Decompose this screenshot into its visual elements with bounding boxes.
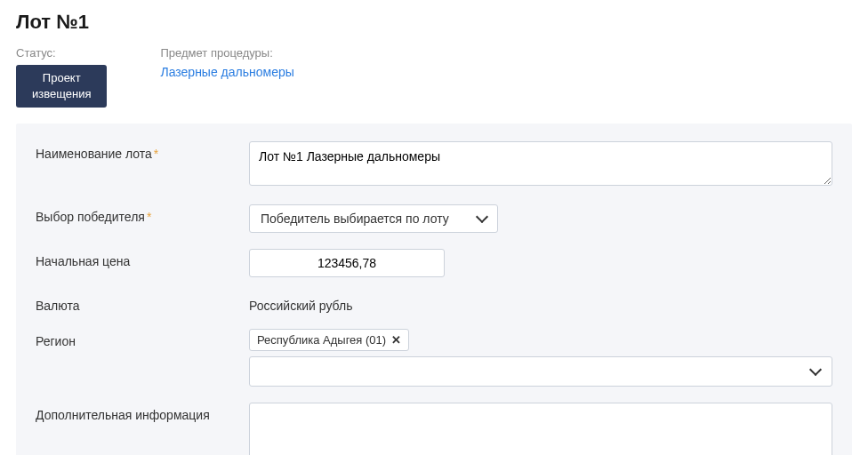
subject-label: Предмет процедуры:: [160, 46, 293, 60]
currency-label: Валюта: [36, 293, 249, 313]
region-tag-remove[interactable]: ✕: [391, 333, 401, 347]
region-tag: Республика Адыгея (01) ✕: [249, 329, 409, 351]
winner-select-value[interactable]: Победитель выбирается по лоту: [249, 204, 498, 233]
price-label: Начальная цена: [36, 249, 249, 268]
region-label: Регион: [36, 329, 249, 348]
row-price: Начальная цена: [36, 249, 832, 277]
region-select[interactable]: [249, 356, 832, 387]
region-select-wrap: [249, 356, 832, 387]
extra-label: Дополнительная информация: [36, 403, 249, 422]
row-extra: Дополнительная информация: [36, 403, 832, 455]
lot-name-input[interactable]: [249, 141, 832, 186]
page-title: Лот №1: [16, 11, 852, 34]
status-badge: Проект извещения: [16, 65, 107, 108]
subject-block: Предмет процедуры: Лазерные дальномеры: [160, 46, 293, 108]
required-mark: *: [147, 210, 151, 224]
lot-name-label: Наименование лота*: [36, 141, 249, 161]
extra-input[interactable]: [249, 403, 832, 455]
region-tag-label: Республика Адыгея (01): [257, 333, 386, 347]
price-input[interactable]: [249, 249, 445, 277]
row-region: Регион Республика Адыгея (01) ✕: [36, 329, 832, 387]
winner-select[interactable]: Победитель выбирается по лоту: [249, 204, 498, 233]
region-tags: Республика Адыгея (01) ✕: [249, 329, 832, 351]
row-winner: Выбор победителя* Победитель выбирается …: [36, 204, 832, 233]
status-block: Статус: Проект извещения: [16, 46, 107, 108]
subject-link[interactable]: Лазерные дальномеры: [160, 65, 293, 79]
form-block: Наименование лота* Выбор победителя* Поб…: [16, 124, 852, 455]
row-currency: Валюта Российский рубль: [36, 293, 832, 313]
currency-value: Российский рубль: [249, 293, 832, 313]
winner-label: Выбор победителя*: [36, 204, 249, 224]
row-lot-name: Наименование лота*: [36, 141, 832, 188]
status-label: Статус:: [16, 46, 107, 60]
required-mark: *: [154, 147, 158, 161]
header-row: Статус: Проект извещения Предмет процеду…: [16, 46, 852, 108]
